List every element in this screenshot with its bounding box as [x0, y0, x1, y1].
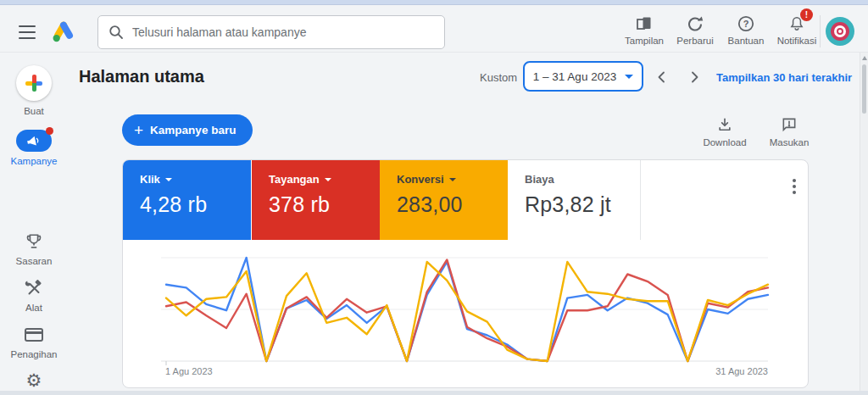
scrollbar-thumb[interactable] [862, 64, 866, 114]
megaphone-icon [16, 130, 52, 152]
metric-value: Rp3,82 jt [525, 192, 640, 217]
metric-value: 4,28 rb [140, 192, 251, 217]
window-top-edge [0, 0, 868, 5]
feedback-label: Masukan [770, 137, 810, 147]
next-period-button[interactable] [685, 68, 704, 86]
create-plus-icon [16, 65, 52, 101]
overview-card: Klik 4,28 rb Tayangan 378 rb Konversi 28… [122, 159, 809, 388]
gear-icon: ⚙ [0, 370, 68, 392]
download-icon [698, 115, 751, 134]
refresh-button[interactable]: Perbarui [670, 14, 721, 51]
topbar: Tampilan Perbarui ? Bantuan ! Notifika [0, 5, 868, 53]
download-label: Download [703, 137, 746, 147]
window-bottom-edge [0, 391, 868, 395]
sidebar-item-billing[interactable]: Penagihan [0, 324, 68, 359]
metric-label: Tayangan [269, 173, 320, 186]
sidebar-item-goals[interactable]: Sasaran [0, 231, 68, 266]
refresh-icon [687, 14, 704, 34]
download-button[interactable]: Download [698, 115, 751, 149]
google-ads-logo-icon[interactable] [51, 19, 76, 43]
help-button[interactable]: ? Bantuan [721, 14, 771, 51]
appearance-label: Tampilan [625, 36, 664, 46]
appearance-icon [635, 14, 654, 34]
svg-text:?: ? [743, 19, 749, 29]
x-axis-end-label: 31 Agu 2023 [715, 366, 768, 376]
bell-icon: ! [788, 14, 805, 34]
sidebar-item-label: Kampanye [0, 156, 68, 166]
metric-value: 378 rb [269, 192, 380, 217]
show-last-30-days-link[interactable]: Tampilkan 30 hari terakhir [716, 71, 852, 84]
chevron-down-icon [165, 178, 172, 181]
metric-value: 283,00 [397, 192, 508, 217]
sidebar-item-tools[interactable]: Alat [0, 277, 68, 313]
google-ads-app: Tampilan Perbarui ? Bantuan ! Notifika [0, 0, 868, 395]
tools-icon [0, 277, 68, 299]
appearance-button[interactable]: Tampilan [619, 14, 670, 51]
card-overflow-menu[interactable] [783, 174, 805, 199]
sidebar-item-label: Buat [0, 106, 68, 116]
topbar-divider [820, 15, 821, 47]
metric-impressions[interactable]: Tayangan 378 rb [252, 160, 380, 240]
refresh-label: Perbarui [676, 36, 713, 46]
sidebar-item-label: Alat [0, 303, 68, 313]
chevron-down-icon [325, 178, 331, 181]
account-avatar[interactable] [826, 17, 854, 46]
campaign-alert-dot [46, 127, 53, 135]
chevron-down-icon [625, 75, 633, 79]
help-label: Bantuan [728, 36, 765, 46]
new-campaign-label: Kampanye baru [150, 124, 236, 136]
metric-label: Klik [140, 173, 160, 186]
page-title: Halaman utama [79, 67, 204, 86]
metric-cost[interactable]: Biaya Rp3,82 jt [508, 160, 641, 240]
credit-card-icon [0, 324, 68, 346]
notifications-button[interactable]: ! Notifikasi [771, 14, 822, 51]
vertical-scrollbar[interactable] [860, 53, 868, 391]
sidebar-item-campaigns[interactable]: Kampanye [0, 130, 68, 166]
date-range-picker[interactable]: 1 – 31 Agu 2023 [523, 61, 643, 92]
metric-label: Konversi [397, 173, 444, 186]
trophy-icon [0, 231, 68, 253]
avatar-art [831, 22, 849, 41]
header-divider [0, 52, 868, 53]
metric-clicks[interactable]: Klik 4,28 rb [123, 160, 251, 240]
sidebar-item-label: Sasaran [0, 256, 68, 266]
notification-badge: ! [800, 8, 813, 21]
sidebar: Buat Kampanye Sasaran Alat Penagihan [0, 53, 68, 395]
date-range-value: 1 – 31 Agu 2023 [533, 70, 616, 83]
x-axis-start-label: 1 Agu 2023 [165, 366, 213, 376]
metric-conversions[interactable]: Konversi 283,00 [380, 160, 508, 240]
chevron-down-icon [449, 178, 456, 181]
search-icon [108, 25, 124, 40]
help-icon: ? [737, 14, 754, 34]
custom-range-label: Kustom [480, 71, 517, 84]
feedback-icon [763, 115, 815, 134]
plus-icon: + [134, 123, 143, 138]
notifications-label: Notifikasi [777, 36, 817, 46]
metric-label: Biaya [525, 173, 554, 186]
new-campaign-button[interactable]: + Kampanye baru [122, 114, 253, 146]
sidebar-item-create[interactable]: Buat [0, 65, 68, 116]
sidebar-item-label: Penagihan [0, 349, 68, 359]
topbar-actions: Tampilan Perbarui ? Bantuan ! Notifika [619, 14, 822, 51]
scroll-up-icon[interactable] [862, 56, 867, 60]
feedback-button[interactable]: Masukan [763, 115, 815, 149]
previous-period-button[interactable] [653, 68, 671, 86]
search-input[interactable] [132, 25, 434, 39]
search-box[interactable] [97, 15, 445, 49]
menu-icon[interactable] [19, 25, 36, 39]
